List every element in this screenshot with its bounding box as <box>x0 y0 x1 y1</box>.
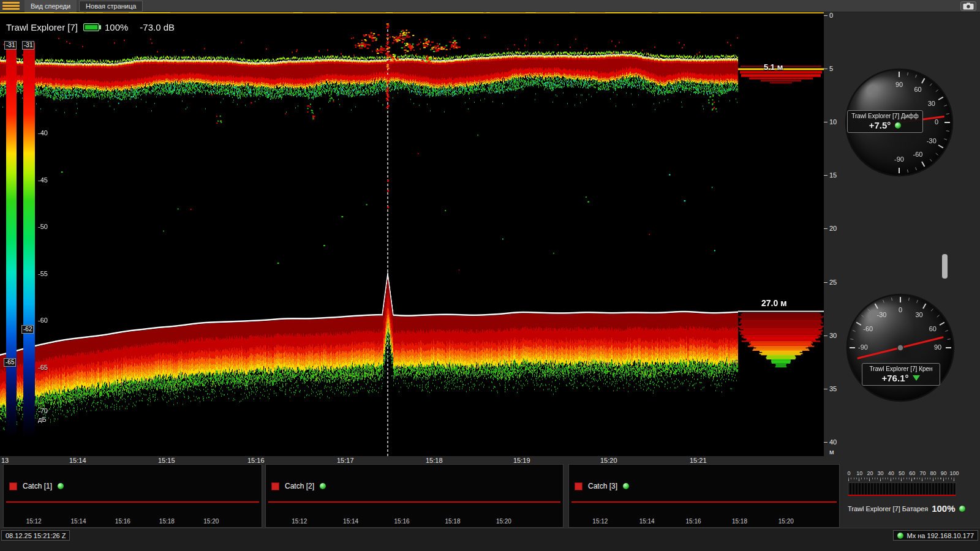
echogram-header: Trawl Explorer [7] 100% -73.0 dB <box>6 22 175 32</box>
catch-time-label: 15:20 <box>778 518 794 525</box>
tab-new-page[interactable]: Новая страница <box>79 1 143 12</box>
catch-label: Catch [3] <box>588 482 617 490</box>
depth-tick-label: 35 <box>829 385 837 392</box>
catch-zero-line <box>6 501 259 503</box>
scrollbar-thumb[interactable] <box>942 254 948 279</box>
scale-mark-chip: -65 <box>4 358 16 367</box>
camera-icon <box>963 2 974 10</box>
time-label: 15:21 <box>690 457 707 464</box>
screenshot-button[interactable] <box>960 1 976 11</box>
battery-scale-number: 60 <box>909 470 915 476</box>
battery-gauge: 0102030405060708090100 Trawl Explorer [7… <box>848 470 979 514</box>
roll-gauge <box>845 292 956 403</box>
depth-tick-label: 5 <box>829 65 833 72</box>
status-led-icon <box>623 483 629 489</box>
tab-front-view[interactable]: Вид спереди <box>24 0 77 12</box>
battery-scale-number: 40 <box>888 470 894 476</box>
menu-icon[interactable] <box>2 1 20 11</box>
catch-header: Catch [2] <box>271 482 326 490</box>
catch-icon <box>575 482 582 490</box>
catch-panel[interactable]: Catch [2]15:1215:1415:1615:1815:20 <box>265 464 564 528</box>
catch-panel[interactable]: Catch [1]15:1215:1415:1615:1815:20 <box>3 464 262 528</box>
depth-tick-label: 25 <box>829 279 837 286</box>
battery-scale-number: 70 <box>919 470 925 476</box>
depth-tick-label: 10 <box>829 118 837 126</box>
catch-zero-line <box>268 501 560 503</box>
status-led-icon <box>959 506 965 512</box>
depth-unit-label: м <box>829 448 834 455</box>
depth-tick <box>824 122 827 122</box>
status-bar: 08.12.25 15:21:26 Z Мх на 192.168.10.177 <box>0 528 980 551</box>
time-label: 15:16 <box>247 457 265 464</box>
echogram-panel: Trawl Explorer [7] 100% -73.0 dB -31 -31… <box>0 12 824 456</box>
battery-scale-number: 20 <box>867 470 873 476</box>
catch-header: Catch [3] <box>575 482 629 490</box>
battery-ruler <box>848 478 954 481</box>
db-tick-label: -70 <box>38 407 48 414</box>
gauge-title: Trawl Explorer [7] Дифф <box>851 113 919 119</box>
catch-time-axis: 15:1215:1415:1615:1815:20 <box>4 518 262 525</box>
status-led-icon <box>895 122 901 129</box>
echogram-canvas[interactable] <box>0 12 824 456</box>
catch-panel[interactable]: Catch [3]15:1215:1415:1615:1815:20 <box>568 464 840 528</box>
battery-gauge-value: 100% <box>932 503 955 514</box>
depth-tick <box>824 389 827 389</box>
depth-tick-label: 30 <box>829 332 837 339</box>
catch-time-label: 15:20 <box>203 518 219 525</box>
depth-tick-label: 40 <box>829 438 837 446</box>
depth-tick <box>824 15 827 16</box>
time-label: 15:15 <box>158 457 175 464</box>
battery-scale-number: 90 <box>941 470 947 476</box>
roll-gauge-readout: Trawl Explorer [7] Крен +76.1° <box>862 363 940 386</box>
color-scale-bar <box>6 43 17 438</box>
catch-time-axis: 15:1215:1415:1615:1815:20 <box>569 518 839 525</box>
battery-percent: 100% <box>105 22 128 32</box>
application-window: Вид спереди Новая страница Trawl Explore… <box>0 0 980 551</box>
depth-tick <box>824 442 827 443</box>
battery-scale-number: 80 <box>930 470 937 476</box>
catch-time-label: 15:18 <box>159 518 175 525</box>
db-scale: -40-45-50-55-60-65-70дБ <box>38 12 59 456</box>
top-bar: Вид спереди Новая страница <box>0 0 980 12</box>
db-tick-label: -45 <box>38 176 48 184</box>
depth-tick <box>824 282 827 283</box>
catch-label: Catch [1] <box>23 482 52 490</box>
catch-time-label: 15:20 <box>496 518 511 525</box>
instrument-panel: Trawl Explorer [7] Дифф +7.5° Trawl Expl… <box>846 12 980 528</box>
db-tick-label: -65 <box>38 364 48 371</box>
depth-tick-label: 20 <box>829 225 837 232</box>
catch-time-label: 15:16 <box>115 518 130 525</box>
connection-box: Мх на 192.168.10.177 <box>893 530 978 541</box>
catch-time-label: 15:12 <box>592 518 608 525</box>
battery-scale: 0102030405060708090100 <box>848 470 956 477</box>
battery-gauge-title: Trawl Explorer [7] Батарея <box>848 505 928 512</box>
catch-time-axis: 15:1215:1415:1615:1815:20 <box>266 518 563 525</box>
battery-scale-number: 0 <box>847 470 850 476</box>
battery-scale-number: 100 <box>949 470 959 476</box>
catch-icon <box>271 482 279 490</box>
battery-icon <box>83 23 99 31</box>
scale-mark-chip: -62 <box>21 325 34 334</box>
catch-header: Catch [1] <box>9 482 64 490</box>
catch-time-label: 15:12 <box>26 518 42 525</box>
time-label: 15:20 <box>600 457 617 464</box>
db-tick-label: -55 <box>38 270 48 277</box>
connection-label: Мх на 192.168.10.177 <box>907 532 974 539</box>
depth-tick <box>824 69 827 69</box>
catch-icon <box>9 482 17 490</box>
gauge-value: +76.1° <box>882 373 909 383</box>
color-scale-bar <box>23 43 35 438</box>
db-tick-label: -40 <box>38 129 48 137</box>
status-led-icon <box>58 483 64 489</box>
time-label: 15:14 <box>69 457 86 464</box>
depth-tick-label: 15 <box>829 171 837 179</box>
catch-zero-line <box>571 501 837 503</box>
status-led-icon <box>320 483 326 489</box>
catch-time-label: 15:14 <box>639 518 655 525</box>
signal-level: -73.0 dB <box>140 22 175 32</box>
gauge-value: +7.5° <box>869 120 891 130</box>
pitch-gauge-readout: Trawl Explorer [7] Дифф +7.5° <box>847 110 923 133</box>
catch-time-label: 15:12 <box>292 518 307 525</box>
battery-bar <box>848 482 956 496</box>
sensor-title: Trawl Explorer [7] <box>6 22 78 32</box>
